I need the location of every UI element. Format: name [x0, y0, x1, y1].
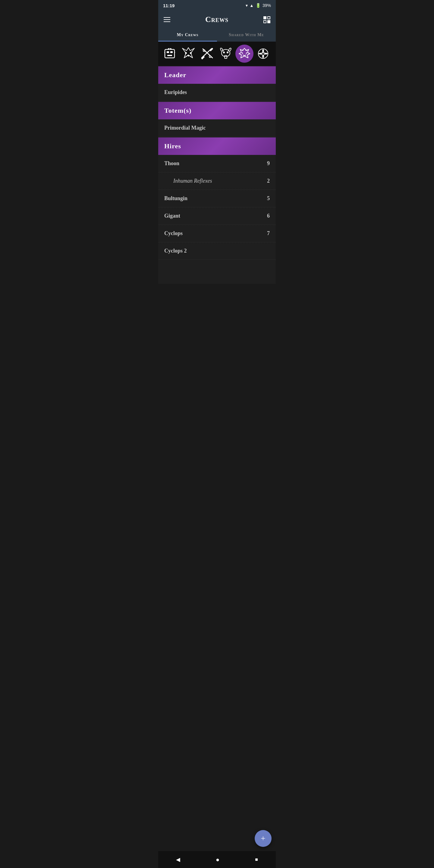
list-item-gigant[interactable]: Gigant 6	[158, 207, 276, 225]
svg-point-5	[169, 49, 170, 50]
hire-cyclops-name: Cyclops	[164, 230, 183, 237]
back-icon: ◀	[176, 856, 180, 863]
svg-point-22	[227, 52, 228, 53]
list-item-primordial-magic[interactable]: Primordial Magic	[158, 119, 276, 137]
svg-point-19	[209, 56, 211, 58]
section-header-hires: Hires	[158, 137, 276, 155]
list-item-cyclops-2[interactable]: Cyclops 2	[158, 242, 276, 260]
section-title-leader: Leader	[164, 71, 186, 79]
section-header-leader: Leader	[158, 66, 276, 84]
status-time: 11:19	[163, 3, 175, 8]
list-item-inhuman-reflexes[interactable]: Inhuman Reflexes 2	[158, 173, 276, 190]
leader-name: Euripides	[164, 89, 187, 96]
hire-cyclops-value: 7	[267, 230, 270, 237]
hire-thoon-name: Thoon	[164, 160, 179, 167]
list-item-cyclops[interactable]: Cyclops 7	[158, 225, 276, 242]
svg-rect-1	[167, 51, 169, 53]
status-bar: 11:19 ▾ ▲ 🔋 39%	[158, 0, 276, 11]
section-title-hires: Hires	[164, 142, 181, 150]
svg-marker-24	[242, 52, 243, 54]
svg-point-9	[185, 52, 187, 54]
crew-icon-wolf[interactable]	[179, 44, 197, 63]
hire-gigant-value: 6	[267, 213, 270, 219]
page-title: Crews	[205, 15, 228, 24]
hire-bultungin-value: 5	[267, 195, 270, 202]
tab-shared-with-me[interactable]: Shared With Me	[217, 28, 276, 41]
totem-name: Primordial Magic	[164, 125, 206, 131]
tab-my-crews[interactable]: My Crews	[158, 28, 217, 41]
svg-marker-25	[246, 52, 247, 54]
crew-icon-demon[interactable]	[236, 44, 253, 63]
content-area: Leader Euripides Totem(s) Primordial Mag…	[158, 66, 276, 284]
crew-icon-rose[interactable]	[254, 44, 272, 63]
svg-point-18	[203, 50, 205, 52]
add-icon: +	[261, 834, 266, 843]
battery-icon: 🔋	[255, 3, 261, 8]
home-icon: ●	[216, 856, 219, 863]
signal-icon: ▲	[250, 3, 254, 8]
add-button[interactable]: +	[255, 830, 272, 847]
hire-thoon-value: 9	[267, 160, 270, 167]
list-item-thoon[interactable]: Thoon 9	[158, 155, 276, 173]
wifi-icon: ▾	[246, 3, 248, 8]
status-icons: ▾ ▲ 🔋 39%	[246, 3, 271, 8]
svg-rect-2	[170, 51, 173, 53]
svg-point-21	[223, 52, 225, 53]
recents-icon: ■	[255, 857, 258, 862]
hire-bultungin-name: Bultungin	[164, 195, 187, 202]
nav-back-button[interactable]: ◀	[176, 856, 180, 863]
svg-point-30	[262, 53, 263, 54]
svg-point-29	[261, 52, 265, 55]
crew-icon-guns[interactable]	[198, 44, 216, 63]
crew-icon-phoenix[interactable]	[273, 44, 276, 63]
menu-icon[interactable]	[164, 17, 170, 22]
svg-point-31	[264, 53, 264, 54]
hire-gigant-name: Gigant	[164, 213, 180, 219]
nav-recents-button[interactable]: ■	[255, 857, 258, 862]
section-header-totems: Totem(s)	[158, 102, 276, 119]
hire-cyclops2-name: Cyclops 2	[164, 248, 187, 254]
list-item-euripides[interactable]: Euripides	[158, 84, 276, 101]
qr-icon[interactable]	[264, 16, 270, 23]
svg-rect-3	[167, 55, 172, 56]
list-item-bultungin[interactable]: Bultungin 5	[158, 190, 276, 207]
crew-icon-robot[interactable]	[161, 44, 179, 63]
nav-home-button[interactable]: ●	[216, 856, 219, 863]
tabs-container: My Crews Shared With Me	[158, 28, 276, 41]
header: Crews	[158, 11, 276, 28]
crew-icon-skull[interactable]	[217, 44, 235, 63]
section-title-totems: Totem(s)	[164, 107, 191, 114]
hire-inhuman-reflexes-name: Inhuman Reflexes	[164, 178, 212, 184]
crew-icons-strip	[158, 41, 276, 66]
battery-percent: 39%	[262, 3, 271, 8]
hire-inhuman-reflexes-value: 2	[267, 178, 270, 184]
svg-point-10	[190, 52, 192, 54]
bottom-nav: ◀ ● ■	[158, 851, 276, 868]
svg-rect-0	[165, 50, 175, 58]
